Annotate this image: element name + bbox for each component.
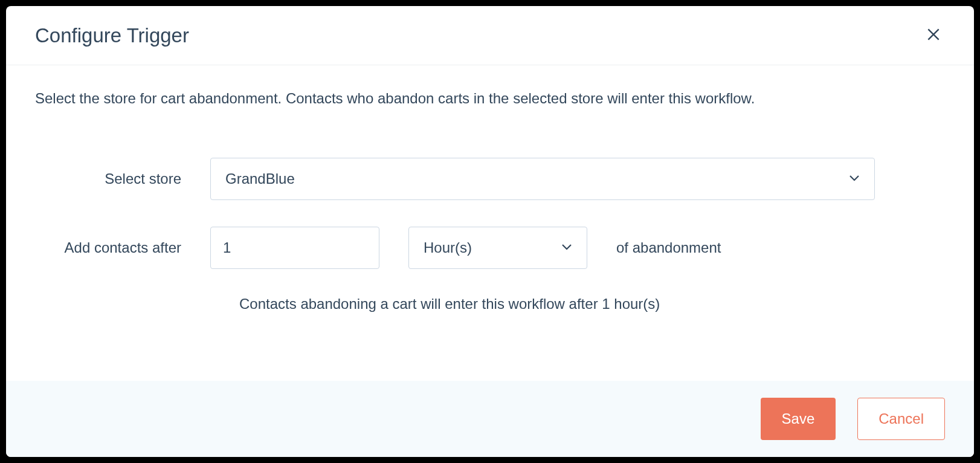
delay-unit-select[interactable]: Hour(s) (408, 227, 587, 269)
store-select[interactable]: GrandBlue (210, 158, 875, 200)
modal-footer: Save Cancel (6, 381, 974, 457)
delay-controls: Hour(s) of abandonment (210, 227, 721, 269)
delay-value-input[interactable] (210, 227, 379, 269)
delay-unit-wrap: Hour(s) (408, 227, 587, 269)
close-button[interactable] (922, 23, 945, 48)
cancel-button[interactable]: Cancel (857, 398, 945, 440)
description-text: Select the store for cart abandonment. C… (35, 88, 945, 109)
delay-row: Add contacts after Hour(s) of abandonmen… (35, 227, 945, 269)
helper-text: Contacts abandoning a cart will enter th… (35, 296, 945, 312)
modal-header: Configure Trigger (6, 6, 974, 65)
modal-title: Configure Trigger (35, 24, 189, 47)
configure-trigger-modal: Configure Trigger Select the store for c… (6, 6, 974, 457)
delay-unit-value: Hour(s) (424, 239, 472, 256)
modal-body: Select the store for cart abandonment. C… (6, 65, 974, 381)
save-button[interactable]: Save (761, 398, 836, 440)
store-select-value: GrandBlue (225, 170, 295, 187)
delay-suffix-text: of abandonment (616, 239, 721, 256)
store-label: Select store (35, 170, 210, 187)
store-row: Select store GrandBlue (35, 158, 945, 200)
delay-label: Add contacts after (35, 239, 210, 256)
close-icon (926, 35, 941, 44)
store-select-wrap: GrandBlue (210, 158, 875, 200)
